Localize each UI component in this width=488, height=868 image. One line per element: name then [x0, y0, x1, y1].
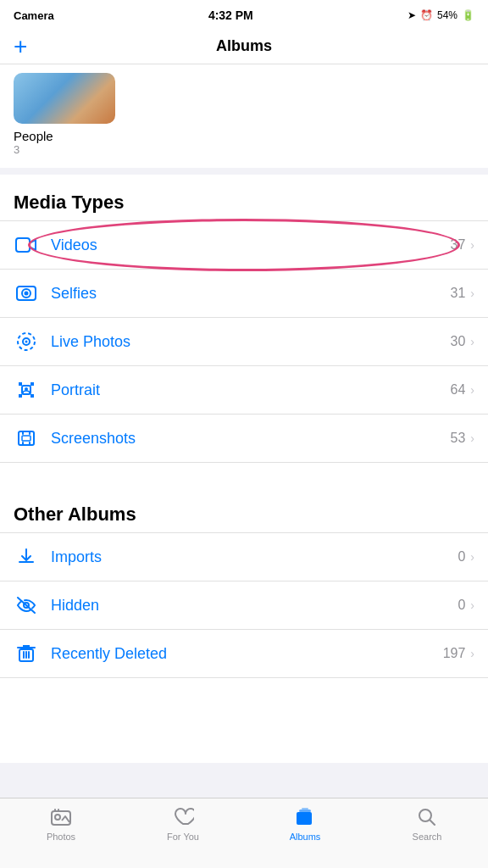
- portrait-chevron: ›: [470, 383, 474, 397]
- page-title: Albums: [216, 37, 272, 55]
- svg-point-3: [25, 292, 29, 296]
- live-photos-label: Live Photos: [51, 333, 451, 351]
- search-tab-label: Search: [413, 832, 442, 842]
- svg-point-14: [55, 815, 60, 820]
- svg-rect-15: [297, 812, 312, 825]
- live-photos-chevron: ›: [470, 335, 474, 348]
- other-albums-list: Imports 0 › Hidden 0 ›: [0, 532, 488, 678]
- screenshots-item[interactable]: Screenshots 53 ›: [0, 415, 488, 463]
- live-photo-icon: [14, 329, 39, 354]
- videos-count: 37: [451, 237, 466, 253]
- scroll-content: People 3 Media Types Videos 37 ›: [0, 64, 488, 763]
- people-thumbnail[interactable]: [14, 73, 115, 124]
- tab-albums[interactable]: Albums: [244, 805, 366, 842]
- imports-chevron: ›: [470, 550, 474, 564]
- other-albums-header: Other Albums: [0, 487, 488, 532]
- alarm-icon: ⏰: [420, 9, 433, 21]
- recently-deleted-chevron: ›: [470, 647, 474, 660]
- other-albums-title: Other Albums: [14, 504, 136, 525]
- portrait-item[interactable]: Portrait 64 ›: [0, 366, 488, 415]
- portrait-label: Portrait: [51, 381, 451, 399]
- live-photos-count: 30: [451, 334, 466, 349]
- videos-label: Videos: [51, 236, 451, 254]
- portrait-count: 64: [451, 382, 466, 398]
- selfies-chevron: ›: [470, 287, 474, 300]
- imports-count: 0: [458, 549, 465, 565]
- battery-label: 54%: [437, 9, 458, 21]
- albums-tab-label: Albums: [290, 832, 321, 842]
- selfies-item[interactable]: Selfies 31 ›: [0, 270, 488, 318]
- screenshots-count: 53: [451, 431, 466, 446]
- add-album-button[interactable]: +: [14, 35, 27, 58]
- location-icon: ➤: [408, 9, 416, 21]
- foryou-icon: [171, 805, 195, 829]
- people-label: People: [14, 129, 474, 143]
- svg-rect-16: [299, 810, 311, 812]
- videos-item[interactable]: Videos 37 ›: [0, 220, 488, 270]
- selfies-label: Selfies: [51, 285, 451, 303]
- tab-photos[interactable]: Photos: [0, 805, 122, 842]
- hidden-chevron: ›: [470, 598, 474, 612]
- screenshots-label: Screenshots: [51, 430, 451, 448]
- screenshots-chevron: ›: [470, 431, 474, 445]
- carrier-label: Camera: [14, 9, 54, 22]
- media-types-header: Media Types: [0, 175, 488, 220]
- tab-for-you[interactable]: For You: [122, 805, 244, 842]
- photos-tab-label: Photos: [47, 832, 75, 842]
- trash-icon: [14, 641, 39, 666]
- import-icon: [14, 544, 39, 570]
- imports-item[interactable]: Imports 0 ›: [0, 532, 488, 581]
- portrait-icon: [14, 377, 39, 403]
- recently-deleted-count: 197: [443, 646, 466, 661]
- status-bar: Camera 4:32 PM ➤ ⏰ 54% 🔋: [0, 0, 488, 31]
- other-albums-section: Other Albums Imports 0 ›: [0, 487, 488, 678]
- status-indicators: ➤ ⏰ 54% 🔋: [408, 9, 474, 21]
- recently-deleted-label: Recently Deleted: [51, 645, 443, 663]
- videos-chevron: ›: [470, 238, 474, 252]
- video-icon: [14, 232, 39, 258]
- live-photos-item[interactable]: Live Photos 30 ›: [0, 318, 488, 366]
- people-count: 3: [14, 143, 474, 156]
- selfie-icon: [14, 281, 39, 306]
- media-types-title: Media Types: [14, 192, 124, 213]
- time-label: 4:32 PM: [208, 8, 253, 22]
- search-icon: [415, 805, 439, 829]
- selfies-count: 31: [451, 286, 466, 301]
- screenshot-icon: [14, 426, 39, 451]
- people-section: People 3: [0, 64, 488, 175]
- hidden-icon: [14, 593, 39, 618]
- photos-icon: [49, 805, 73, 829]
- svg-rect-10: [22, 436, 30, 441]
- hidden-count: 0: [458, 598, 465, 613]
- tab-bar-spacer: [0, 678, 488, 763]
- svg-rect-17: [302, 808, 308, 810]
- imports-label: Imports: [51, 548, 458, 566]
- svg-rect-0: [16, 238, 30, 252]
- hidden-label: Hidden: [51, 597, 458, 615]
- svg-point-6: [25, 341, 28, 343]
- albums-icon: [293, 805, 317, 829]
- for-you-tab-label: For You: [167, 832, 199, 842]
- nav-bar: + Albums: [0, 31, 488, 64]
- tab-bar: Photos For You Albums Search: [0, 798, 488, 868]
- recently-deleted-item[interactable]: Recently Deleted 197 ›: [0, 630, 488, 678]
- hidden-item[interactable]: Hidden 0 ›: [0, 581, 488, 630]
- svg-rect-9: [19, 431, 34, 445]
- battery-icon: 🔋: [462, 9, 474, 21]
- media-types-list: Videos 37 › Selfies 31 ›: [0, 220, 488, 463]
- tab-search[interactable]: Search: [366, 805, 488, 842]
